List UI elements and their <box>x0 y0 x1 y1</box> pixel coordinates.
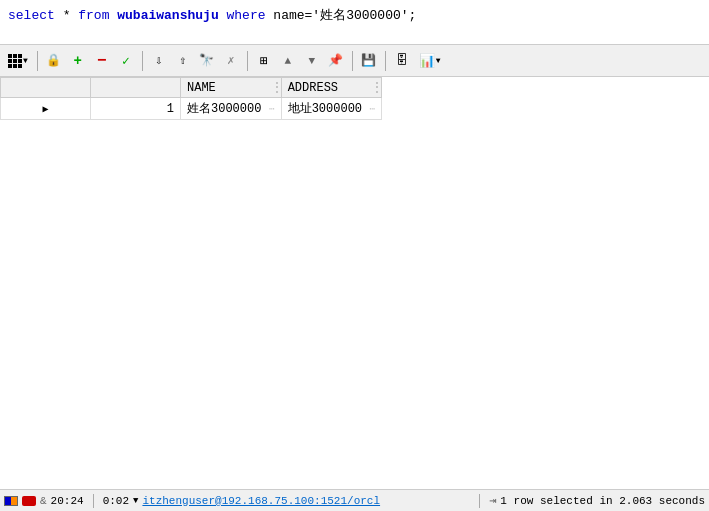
status-red-icon <box>22 496 36 506</box>
address-ellipsis: ⋯ <box>369 104 375 115</box>
address-col-header[interactable]: ADDRESS ⋮ <box>281 78 382 98</box>
grid-dropdown-caret: ▼ <box>23 56 28 65</box>
statusbar: & 20:24 0:02 ▼ itzhenguser@192.168.75.10… <box>0 489 709 511</box>
connection-info[interactable]: itzhenguser@192.168.75.100:1521/orcl <box>142 495 380 507</box>
nav-up-icon: ▲ <box>285 55 292 67</box>
rownum-col-header <box>91 78 181 98</box>
check-icon: ✓ <box>122 53 130 69</box>
row-arrow-icon: ▶ <box>42 104 48 115</box>
nav-dn-icon: ▼ <box>309 55 316 67</box>
table-header-row: NAME ⋮ ADDRESS ⋮ <box>1 78 382 98</box>
status-left: & 20:24 <box>4 495 84 507</box>
sort-asc-icon: ⇩ <box>155 53 162 68</box>
status-sep-2 <box>479 494 480 508</box>
status-sep-1 <box>93 494 94 508</box>
status-time: 20:24 <box>51 495 84 507</box>
query-time: 0:02 <box>103 495 129 507</box>
filter-btn[interactable]: ⊞ <box>253 50 275 72</box>
sort-desc-btn[interactable]: ⇧ <box>172 50 194 72</box>
sql-select-kw: select <box>8 8 55 23</box>
sort-desc-icon: ⇧ <box>179 53 186 68</box>
commit-btn[interactable]: ✓ <box>115 50 137 72</box>
status-flag-icon <box>4 496 18 506</box>
row-arrow-cell: ▶ <box>1 98 91 120</box>
add-row-btn[interactable]: + <box>67 50 89 72</box>
sql-star: * <box>63 8 79 23</box>
minus-icon: − <box>97 52 107 70</box>
rows-info: 1 row selected in 2.063 seconds <box>500 495 705 507</box>
name-ellipsis: ⋯ <box>269 104 275 115</box>
clear-icon: ✗ <box>227 53 234 68</box>
sep-2 <box>142 51 143 71</box>
address-cell: 地址3000000 ⋯ <box>281 98 382 120</box>
name-col-header[interactable]: NAME ⋮ <box>181 78 282 98</box>
sql-from-kw: from <box>78 8 109 23</box>
pin-btn[interactable]: 📌 <box>325 50 347 72</box>
save-icon: 💾 <box>361 53 376 68</box>
sep-1 <box>37 51 38 71</box>
nav-up-btn[interactable]: ▲ <box>277 50 299 72</box>
toolbar: ▼ 🔒 + − ✓ ⇩ ⇧ 🔭 ✗ ⊞ ▲ ▼ 📌 💾 🗄 <box>0 45 709 77</box>
results-area[interactable]: NAME ⋮ ADDRESS ⋮ ▶ 1 <box>0 77 709 489</box>
sql-table-name: wubaiwanshuju <box>117 8 218 23</box>
lock-btn[interactable]: 🔒 <box>43 50 65 72</box>
sep-4 <box>352 51 353 71</box>
name-cell: 姓名3000000 ⋯ <box>181 98 282 120</box>
sep-3 <box>247 51 248 71</box>
plus-icon: + <box>74 53 82 69</box>
db-icon: 🗄 <box>396 53 408 68</box>
name-col-resize[interactable]: ⋮ <box>271 80 275 95</box>
sql-condition: name='姓名3000000'; <box>273 8 416 23</box>
clear-filter-btn[interactable]: ✗ <box>220 50 242 72</box>
sep-5 <box>385 51 386 71</box>
find-btn[interactable]: 🔭 <box>196 50 218 72</box>
filter-icon: ⊞ <box>260 53 268 69</box>
save-btn[interactable]: 💾 <box>358 50 380 72</box>
chart-icon: 📊 <box>419 53 435 69</box>
nav-dn-btn[interactable]: ▼ <box>301 50 323 72</box>
grid-icon <box>8 54 22 68</box>
sql-where-kw: where <box>227 8 266 23</box>
sql-editor: select * from wubaiwanshuju where name='… <box>0 0 709 45</box>
address-col-resize[interactable]: ⋮ <box>371 80 375 95</box>
status-right: ⇥ 1 row selected in 2.063 seconds <box>489 493 705 508</box>
chart-dropdown-btn[interactable]: 📊 ▼ <box>415 50 445 72</box>
binoculars-icon: 🔭 <box>199 53 214 68</box>
sort-asc-btn[interactable]: ⇩ <box>148 50 170 72</box>
status-mid: 0:02 ▼ itzhenguser@192.168.75.100:1521/o… <box>103 495 471 507</box>
status-arrow-icon: ⇥ <box>489 493 496 508</box>
status-ampersand: & <box>40 495 47 507</box>
chart-caret: ▼ <box>436 56 441 65</box>
row-number-cell: 1 <box>91 98 181 120</box>
remove-row-btn[interactable]: − <box>91 50 113 72</box>
table-row: ▶ 1 姓名3000000 ⋯ 地址3000000 ⋯ <box>1 98 382 120</box>
db-btn[interactable]: 🗄 <box>391 50 413 72</box>
lock-icon: 🔒 <box>46 53 61 68</box>
results-table: NAME ⋮ ADDRESS ⋮ ▶ 1 <box>0 77 382 120</box>
grid-dropdown-btn[interactable]: ▼ <box>4 50 32 72</box>
indicator-col-header <box>1 78 91 98</box>
status-dropdown-caret[interactable]: ▼ <box>133 496 138 506</box>
pin-icon: 📌 <box>328 53 343 68</box>
